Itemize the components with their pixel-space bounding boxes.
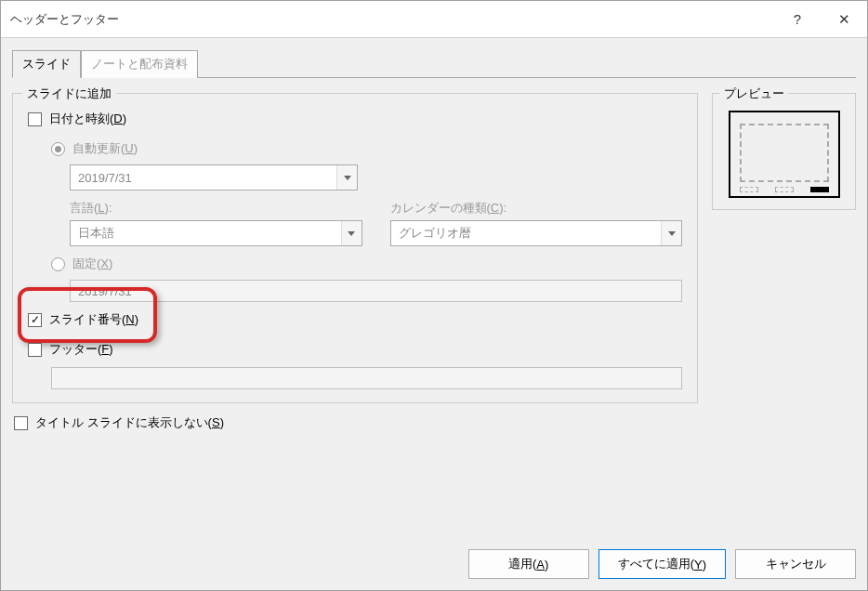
calendar-dropdown[interactable]: グレゴリオ暦 xyxy=(390,220,683,246)
tabs: スライド ノートと配布資料 xyxy=(12,49,856,78)
fixed-row[interactable]: 固定(X) xyxy=(28,256,682,272)
main-area: スライドに追加 日付と時刻(D) 自動更新(U) xyxy=(12,80,856,439)
calendar-value: グレゴリオ暦 xyxy=(391,225,662,242)
footer-row[interactable]: フッター(F) xyxy=(28,341,682,358)
preview-group: プレビュー xyxy=(712,93,856,210)
chevron-down-icon xyxy=(336,165,357,190)
date-time-row[interactable]: 日付と時刻(D) xyxy=(28,111,682,127)
footer-text-row xyxy=(28,367,682,389)
preview-footer-placeholders xyxy=(740,187,829,192)
group-legend: スライドに追加 xyxy=(22,85,116,102)
slide-number-row[interactable]: ✓ スライド番号(N) xyxy=(28,311,682,328)
dont-show-title-label: タイトル スライドに表示しない(S) xyxy=(35,414,224,431)
preview-body-placeholder xyxy=(740,124,829,182)
titlebar: ヘッダーとフッター ? ✕ xyxy=(1,1,867,38)
preview-slide xyxy=(729,111,840,198)
apply-all-button[interactable]: すべてに適用(Y) xyxy=(598,549,726,579)
footer-checkbox[interactable] xyxy=(28,343,42,357)
cancel-button[interactable]: キャンセル xyxy=(735,549,856,579)
footer-text-input[interactable] xyxy=(51,367,682,389)
language-group: 言語(L): 日本語 xyxy=(70,200,362,246)
preview-slide-number-placeholder xyxy=(810,187,829,192)
help-button[interactable]: ? xyxy=(774,1,821,37)
include-on-slide-group: スライドに追加 日付と時刻(D) 自動更新(U) xyxy=(12,93,698,403)
slide-number-checkbox[interactable]: ✓ xyxy=(28,313,42,327)
date-time-checkbox[interactable] xyxy=(28,112,42,126)
auto-update-row[interactable]: 自動更新(U) xyxy=(28,140,682,157)
date-time-label: 日付と時刻(D) xyxy=(49,111,126,127)
language-value: 日本語 xyxy=(71,225,341,242)
date-format-dropdown[interactable]: 2019/7/31 xyxy=(70,164,358,190)
fixed-date-row: 2019/7/31 xyxy=(28,280,682,302)
button-bar: 適用(A) すべてに適用(Y) キャンセル xyxy=(468,549,856,579)
fixed-label: 固定(X) xyxy=(72,256,112,272)
left-column: スライドに追加 日付と時刻(D) 自動更新(U) xyxy=(12,93,698,439)
fixed-date-input[interactable]: 2019/7/31 xyxy=(70,280,682,302)
auto-update-label: 自動更新(U) xyxy=(72,140,138,157)
date-format-row: 2019/7/31 xyxy=(28,164,682,190)
dont-show-title-row[interactable]: タイトル スライドに表示しない(S) xyxy=(12,414,698,431)
date-format-value: 2019/7/31 xyxy=(71,171,336,185)
calendar-label: カレンダーの種類(C): xyxy=(390,200,683,217)
tab-slide[interactable]: スライド xyxy=(12,50,81,78)
preview-legend: プレビュー xyxy=(720,85,788,102)
titlebar-buttons: ? ✕ xyxy=(774,1,867,37)
chevron-down-icon xyxy=(661,221,681,245)
footer-label: フッター(F) xyxy=(49,341,113,358)
auto-update-radio[interactable] xyxy=(51,142,65,156)
dont-show-title-checkbox[interactable] xyxy=(14,416,28,430)
right-column: プレビュー xyxy=(712,93,856,439)
apply-button[interactable]: 適用(A) xyxy=(468,549,589,579)
preview-date-placeholder xyxy=(740,187,758,192)
language-label: 言語(L): xyxy=(70,200,362,217)
dialog-title: ヘッダーとフッター xyxy=(10,11,774,28)
preview-footer-placeholder xyxy=(775,187,794,192)
content-area: スライド ノートと配布資料 スライドに追加 日付と時刻(D) 自動更新(U) xyxy=(1,38,867,446)
fixed-radio[interactable] xyxy=(51,257,65,271)
language-calendar-row: 言語(L): 日本語 カレンダーの種類(C): xyxy=(28,200,682,246)
language-dropdown[interactable]: 日本語 xyxy=(70,220,362,246)
tab-notes-handouts[interactable]: ノートと配布資料 xyxy=(81,50,198,78)
calendar-group: カレンダーの種類(C): グレゴリオ暦 xyxy=(390,200,683,246)
slide-number-label: スライド番号(N) xyxy=(49,311,138,328)
chevron-down-icon xyxy=(341,221,362,245)
close-button[interactable]: ✕ xyxy=(821,1,867,37)
